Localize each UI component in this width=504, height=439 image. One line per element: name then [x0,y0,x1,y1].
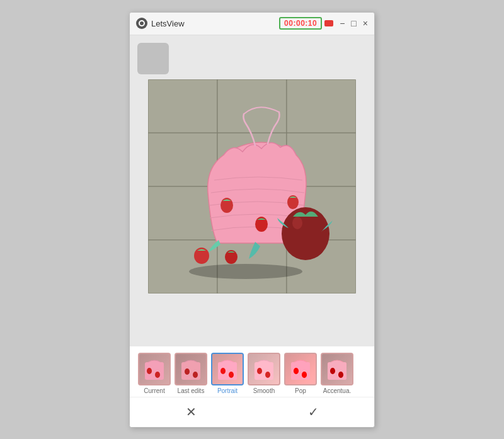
filter-item-portrait[interactable]: Portrait [209,353,246,394]
title-bar-left: LetsView [136,18,279,29]
svg-point-35 [302,372,307,378]
filter-strip: Current Last edits [130,346,374,397]
svg-point-18 [292,217,302,229]
filter-item-accentua[interactable]: Accentua. [319,353,355,394]
svg-point-26 [193,372,198,378]
filter-thumb-accentua [321,353,353,385]
svg-rect-24 [181,362,200,380]
svg-point-22 [147,368,152,374]
svg-point-13 [189,264,302,279]
svg-point-32 [265,372,270,378]
svg-rect-4 [148,133,217,186]
filter-thumbnails: Current Last edits [130,353,374,394]
app-icon-inner [139,20,145,26]
app-title: LetsView [151,19,185,28]
filter-thumb-portrait [211,353,244,385]
filter-label-smooth: Smooth [253,387,275,394]
filter-thumb-smooth [248,353,280,385]
confirm-button[interactable]: ✓ [283,399,344,425]
svg-point-29 [229,372,234,378]
window-controls: − □ × [340,18,368,28]
cancel-button[interactable]: ✕ [161,399,222,425]
filter-label-lastedits: Last edits [178,387,205,394]
filter-label-portrait: Portrait [217,387,238,394]
filter-label-current: Current [144,387,164,394]
filter-thumb-current [138,353,171,385]
filter-item-smooth[interactable]: Smooth [246,353,282,394]
svg-rect-1 [148,79,217,133]
svg-point-37 [330,368,335,374]
title-bar: LetsView 00:00:10 − □ × [130,13,374,35]
recording-timer: 00:00:10 [279,17,322,30]
svg-point-25 [185,368,190,375]
svg-point-23 [155,372,160,378]
recording-area: 00:00:10 [279,17,333,30]
filter-item-current[interactable]: Current [136,353,173,394]
app-icon [136,18,147,29]
content-area [130,35,374,346]
restore-button[interactable]: □ [351,18,356,28]
phone-avatar [137,43,169,74]
svg-rect-3 [287,79,356,133]
filter-label-accentua: Accentua. [323,387,351,394]
close-button[interactable]: × [363,18,368,28]
main-image [148,79,356,294]
recording-indicator [324,20,333,26]
svg-point-34 [294,368,299,374]
svg-point-31 [257,368,262,374]
filter-item-pop[interactable]: Pop [282,353,319,394]
svg-rect-7 [148,186,217,240]
filter-thumb-lastedits [175,353,207,385]
action-bar: ✕ ✓ [130,397,374,427]
filter-item-lastedits[interactable]: Last edits [173,353,209,394]
filter-label-pop: Pop [295,387,306,394]
app-window: LetsView 00:00:10 − □ × [129,12,375,428]
svg-point-28 [220,368,226,374]
svg-point-38 [338,372,343,378]
minimize-button[interactable]: − [340,18,345,28]
filter-thumb-pop [284,353,317,385]
